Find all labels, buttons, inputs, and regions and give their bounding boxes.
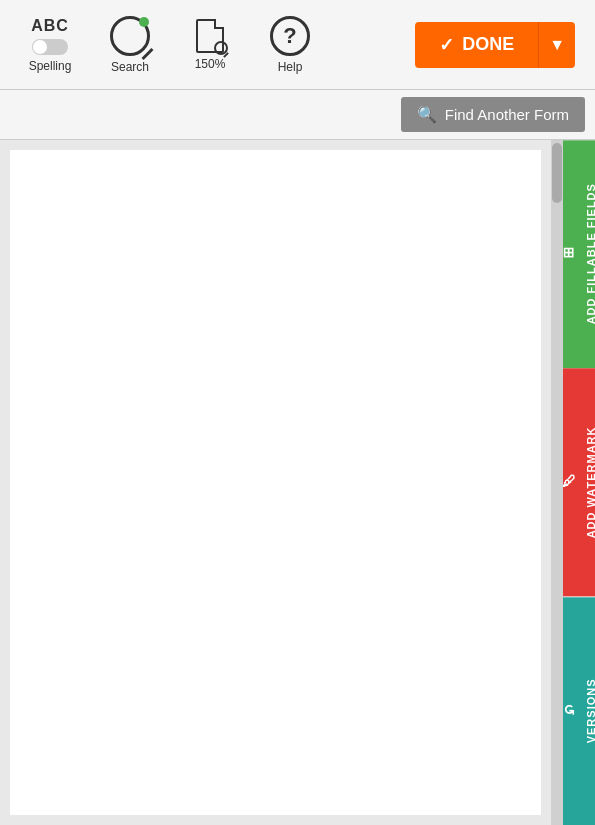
watermark-icon: 🖊: [561, 475, 577, 490]
watermark-label: ADD WATERMARK: [585, 427, 595, 539]
search-icon: [110, 16, 150, 56]
zoom-icon-area: [196, 19, 224, 53]
spelling-abc-text: ABC: [31, 17, 69, 35]
done-button[interactable]: ✓ DONE: [415, 22, 538, 68]
search-bar-area: 🔍 Find Another Form: [0, 90, 595, 140]
spelling-label: Spelling: [29, 59, 72, 73]
toggle-knob: [33, 40, 47, 54]
done-label: DONE: [462, 34, 514, 55]
online-dot: [139, 17, 149, 27]
toolbar: ABC Spelling Search 150% ?: [0, 0, 595, 90]
search-tool[interactable]: Search: [90, 16, 170, 74]
document-area: [0, 140, 563, 825]
zoom-icon: [196, 19, 224, 53]
add-watermark-tab[interactable]: 🖊 ADD WATERMARK: [563, 368, 595, 596]
add-fillable-fields-tab[interactable]: ⊞ ADD FILLABLE FIELDS: [563, 140, 595, 368]
help-icon-area: ?: [270, 16, 310, 56]
versions-label: VERSIONS: [585, 678, 595, 743]
help-label: Help: [278, 60, 303, 74]
zoom-tool[interactable]: 150%: [170, 19, 250, 71]
scrollbar-thumb[interactable]: [552, 143, 562, 203]
fillable-fields-icon: ⊞: [561, 248, 577, 261]
done-dropdown-arrow: ▼: [549, 36, 565, 54]
done-button-container: ✓ DONE ▼: [415, 22, 575, 68]
fillable-fields-label: ADD FILLABLE FIELDS: [585, 184, 595, 325]
find-another-form-button[interactable]: 🔍 Find Another Form: [401, 97, 585, 132]
main-area: ⊞ ADD FILLABLE FIELDS 🖊 ADD WATERMARK ↺ …: [0, 140, 595, 825]
help-tool[interactable]: ? Help: [250, 16, 330, 74]
zoom-label: 150%: [195, 57, 226, 71]
zoom-magnifier-icon: [214, 41, 228, 55]
zoom-page: [196, 19, 224, 53]
search-icon-area: [110, 16, 150, 56]
done-dropdown-button[interactable]: ▼: [538, 22, 575, 68]
versions-icon: ↺: [561, 704, 577, 717]
zoom-page-corner: [214, 19, 224, 29]
spelling-tool[interactable]: ABC Spelling: [10, 17, 90, 73]
right-sidebar: ⊞ ADD FILLABLE FIELDS 🖊 ADD WATERMARK ↺ …: [563, 140, 595, 825]
search-label: Search: [111, 60, 149, 74]
find-search-icon: 🔍: [417, 105, 437, 124]
find-another-form-label: Find Another Form: [445, 106, 569, 123]
document-page: [10, 150, 541, 815]
help-icon: ?: [270, 16, 310, 56]
spelling-toggle-switch[interactable]: [32, 39, 68, 55]
done-checkmark: ✓: [439, 34, 454, 56]
versions-tab[interactable]: ↺ VERSIONS: [563, 597, 595, 825]
